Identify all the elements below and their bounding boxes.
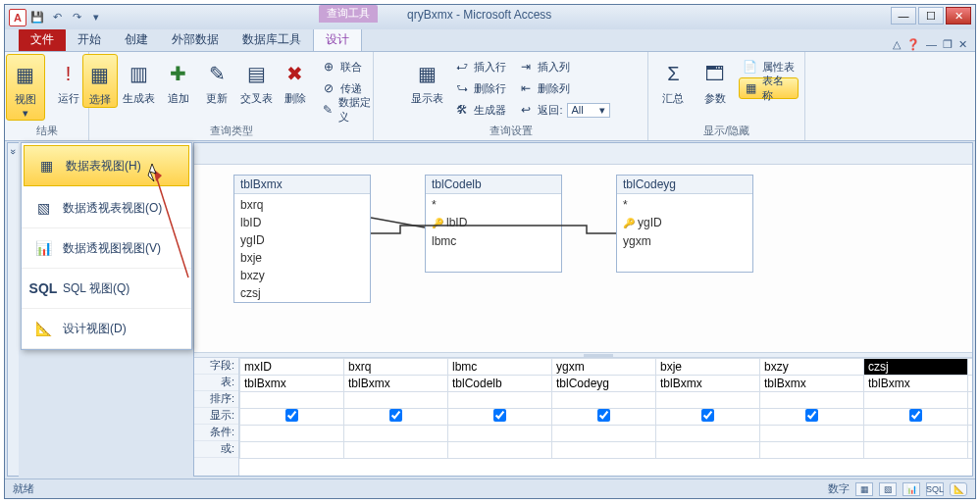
append-button[interactable]: ✚追加 [161,54,196,106]
view-button[interactable]: ▦ 视图▾ [6,54,45,121]
tab-create[interactable]: 创建 [113,28,160,51]
show-checkbox[interactable] [701,409,714,422]
mdi-restore-icon[interactable]: ❐ [943,38,953,51]
table-box-codeyg[interactable]: tblCodeyg * ygID ygxm [616,175,753,273]
show-checkbox[interactable] [597,409,610,422]
view-sql-icon[interactable]: SQL [926,482,944,496]
totals-button[interactable]: Σ汇总 [654,54,693,106]
nav-pane-collapsed[interactable]: » [7,142,19,477]
minimize-button[interactable]: — [891,7,916,25]
return-combo[interactable]: ↩返回:All▾ [514,99,613,121]
field[interactable]: czsj [240,284,364,302]
grid-cell[interactable]: tblCodelb [448,376,552,392]
field[interactable]: bxrq [240,196,364,214]
field-star[interactable]: * [623,196,747,214]
grid-cell[interactable] [240,392,344,409]
mdi-minimize-icon[interactable]: — [926,38,937,51]
grid-cell[interactable] [552,426,656,442]
grid-cell[interactable]: tblBxmx [760,376,864,392]
menu-design-view[interactable]: 📐设计视图(D) [22,309,191,349]
qat-dropdown-icon[interactable]: ▾ [87,9,105,26]
field-key[interactable]: lbID [432,214,555,232]
grid-cell[interactable] [864,409,968,426]
grid-cell[interactable] [656,426,760,442]
grid-cell[interactable] [656,442,760,459]
grid-cell[interactable]: tblBxmx [656,376,760,392]
grid-cell[interactable] [552,409,656,426]
close-button[interactable]: ✕ [946,7,971,25]
grid-cell[interactable] [344,426,448,442]
grid-cell[interactable] [552,442,656,459]
grid-cell[interactable] [656,409,760,426]
redo-icon[interactable]: ↷ [68,9,85,26]
maketable-button[interactable]: ▥生成表 [122,54,157,106]
delete-query-button[interactable]: ✖删除 [278,54,313,106]
grid-cell[interactable] [864,426,968,442]
maximize-button[interactable]: ☐ [918,7,944,25]
grid-cell[interactable]: tblBxmx [864,376,968,392]
grid-cell[interactable] [448,409,552,426]
update-button[interactable]: ✎更新 [199,54,234,106]
tab-home[interactable]: 开始 [66,28,113,51]
showtable-button[interactable]: ▦显示表 [407,54,446,106]
grid-cell[interactable] [864,442,968,459]
field[interactable]: bxje [240,249,364,267]
grid-cell[interactable] [344,442,448,459]
field[interactable]: lbmc [432,232,555,250]
table-diagram-pane[interactable]: tblBxmx bxrq lbID ygID bxje bxzy czsj tb… [194,165,972,352]
workspace-tabstrip[interactable] [194,143,972,165]
tab-dbtools[interactable]: 数据库工具 [231,28,313,51]
grid-cell[interactable]: lbmc [448,359,552,376]
grid-cell[interactable] [760,409,864,426]
insertrow-button[interactable]: ⮐插入行 [450,56,510,77]
view-design-icon[interactable]: 📐 [950,482,967,496]
qbe-grid[interactable]: mxIDbxrqlbmcygxmbxjebxzyczsjtblBxmxtblBx… [239,358,972,476]
grid-cell[interactable] [344,409,448,426]
field[interactable]: bxzy [240,267,364,284]
view-pivot-icon[interactable]: ▧ [879,482,897,496]
select-query-button[interactable]: ▦选择 [82,54,118,108]
union-button[interactable]: ⊕联合 [317,56,380,77]
show-checkbox[interactable] [389,409,402,422]
field-star[interactable]: * [432,196,555,214]
menu-pivotchart-view[interactable]: 📊数据透视图视图(V) [22,228,191,269]
field[interactable]: ygID [240,231,364,249]
grid-cell[interactable]: bxrq [344,359,448,376]
save-icon[interactable]: 💾 [28,9,46,26]
show-checkbox[interactable] [805,409,818,422]
grid-cell[interactable] [344,392,448,409]
grid-cell[interactable]: tblCodeyg [552,376,656,392]
deleterow-button[interactable]: ⮑删除行 [450,77,510,99]
view-datasheet-icon[interactable]: ▦ [855,482,873,496]
grid-cell[interactable] [240,442,344,459]
grid-cell[interactable] [552,392,656,409]
grid-cell[interactable] [448,426,552,442]
show-checkbox[interactable] [909,409,922,422]
grid-cell[interactable] [448,442,552,459]
field-key[interactable]: ygID [623,214,747,232]
show-checkbox[interactable] [493,409,506,422]
tab-external[interactable]: 外部数据 [160,28,231,51]
grid-cell[interactable]: bxzy [760,359,864,376]
show-checkbox[interactable] [285,409,298,422]
datadef-button[interactable]: ✎数据定义 [317,99,380,121]
grid-cell[interactable]: ygxm [552,359,656,376]
grid-cell[interactable] [760,392,864,409]
tab-file[interactable]: 文件 [19,28,66,51]
builder-button[interactable]: 🛠生成器 [450,99,510,121]
grid-cell[interactable] [240,426,344,442]
grid-cell[interactable]: tblBxmx [344,376,448,392]
undo-icon[interactable]: ↶ [48,9,66,26]
params-button[interactable]: 🗔参数 [696,54,735,106]
menu-sql-view[interactable]: SQLSQL 视图(Q) [22,269,191,309]
table-box-codelb[interactable]: tblCodelb * lbID lbmc [425,175,562,273]
tab-design[interactable]: 设计 [313,27,362,51]
grid-cell[interactable]: tblBxmx [240,376,344,392]
minimize-ribbon-icon[interactable]: △ [893,38,901,51]
deletecol-button[interactable]: ⇤删除列 [514,77,613,99]
grid-cell[interactable] [448,392,552,409]
grid-cell[interactable] [864,392,968,409]
grid-cell[interactable]: czsj [864,359,968,376]
grid-cell[interactable]: mxID [240,359,344,376]
grid-cell[interactable] [240,409,344,426]
